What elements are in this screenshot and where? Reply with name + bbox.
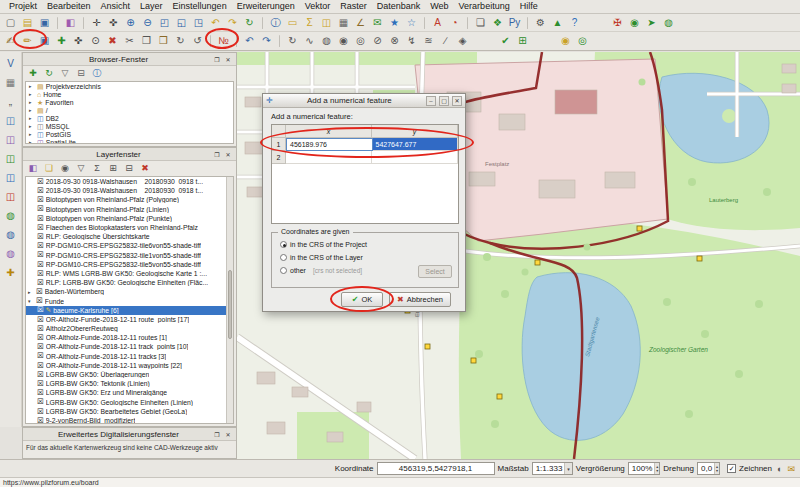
radio-crs-other[interactable]: other [crs not selected] [280, 267, 362, 274]
save-layer-edits-icon[interactable]: ▣ [36, 33, 53, 49]
zoom-full-icon[interactable]: ◰ [156, 15, 173, 31]
layer-checkbox[interactable]: ☒ [37, 325, 44, 333]
layer-row[interactable]: ▸ ☒ Baden-Würtemberg [26, 287, 233, 296]
layer-checkbox[interactable]: ☒ [37, 408, 44, 416]
layer-checkbox[interactable]: ☒ [37, 362, 44, 370]
delete-ring-icon[interactable]: ⊘ [369, 33, 386, 49]
collapse-all-icon[interactable]: ⊟ [122, 162, 136, 175]
expand-all-icon[interactable]: ⊞ [106, 162, 120, 175]
toggle-editing-icon[interactable]: ✏ [19, 33, 36, 49]
collapse-browser-icon[interactable]: ⊟ [74, 67, 88, 80]
layer-checkbox[interactable]: ☒ [37, 233, 44, 241]
cancel-button[interactable]: ✖ Abbrechen [389, 292, 451, 307]
layer-row[interactable]: ▾ ☒ Funde [26, 296, 233, 305]
gps-tools-icon[interactable]: ➤ [643, 15, 660, 31]
merge-features-icon[interactable]: ◈ [454, 33, 471, 49]
layers-list[interactable]: ☒ 2018-09-30 0918-Walshausen__20180930_0… [25, 176, 234, 424]
menu-item[interactable]: Ansicht [96, 0, 136, 13]
delete-part-icon[interactable]: ⊗ [386, 33, 403, 49]
table-row[interactable]: 1 456189.976 5427647.677 [272, 138, 458, 151]
toolbar-button[interactable] [210, 35, 211, 47]
pan-map-icon[interactable]: ✛ [88, 15, 105, 31]
toolbar-button[interactable] [57, 17, 58, 29]
layer-row[interactable]: ☒ OR-Altholz-Funde-2018-12-11 route_poin… [26, 315, 233, 324]
browser-item[interactable]: ▸ ▤ Projektverzeichnis [26, 82, 233, 90]
expander-icon[interactable]: ▸ [29, 99, 35, 105]
add-feature-icon[interactable]: ✚ [53, 33, 70, 49]
layer-checkbox[interactable]: ☒ [37, 187, 44, 195]
add-delimited-text-icon[interactable]: „ [2, 92, 20, 111]
select-features-icon[interactable]: ▭ [284, 15, 301, 31]
magnifier-spinbox[interactable]: 100% ▴▾ [628, 462, 660, 475]
manage-themes-icon[interactable]: ◉ [58, 162, 72, 175]
coordinate-label[interactable]: Koordinate [335, 464, 374, 473]
offset-curve-icon[interactable]: ≋ [420, 33, 437, 49]
add-postgis-layer-icon[interactable]: ◫ [2, 111, 20, 130]
radio-icon[interactable] [280, 267, 287, 274]
openlayers-icon[interactable]: ◍ [660, 15, 677, 31]
rotate-feature-icon[interactable]: ↻ [284, 33, 301, 49]
layer-checkbox[interactable]: ☒ [37, 215, 44, 223]
browser-item[interactable]: ▸ ◫ MSSQL [26, 122, 233, 130]
layer-row[interactable]: ☒ RP-DGM10-CRS-EPSG25832-tile6von55-shad… [26, 241, 233, 250]
layer-row[interactable]: ☒ LGRB-BW GK50: Erz und Mineralgänge [26, 388, 233, 397]
expander-icon[interactable]: ▸ [29, 123, 35, 129]
layers-scrollbar[interactable] [226, 177, 233, 423]
spinner-arrows-icon[interactable]: ▴▾ [714, 463, 719, 474]
browser-item[interactable]: ▸ ▤ / [26, 106, 233, 114]
layer-row[interactable]: ☒ 9-2-vonBernd-Bild_modifiziert [26, 416, 233, 424]
toolbar-button[interactable] [236, 35, 237, 47]
messages-icon[interactable]: ✉ [787, 464, 795, 474]
render-checkbox[interactable]: ✓ [727, 464, 736, 473]
reshape-features-icon[interactable]: ↯ [403, 33, 420, 49]
close-panel-icon[interactable]: ✕ [223, 429, 233, 439]
layer-row[interactable]: ☒ LGRB-BW GK50: Tektonik (Linien) [26, 379, 233, 388]
menu-item[interactable]: Verarbeitung [454, 0, 515, 13]
add-oracle-layer-icon[interactable]: ◫ [2, 187, 20, 206]
close-panel-icon[interactable]: ✕ [223, 54, 233, 64]
toolbar-button[interactable] [262, 17, 263, 29]
map-tips-icon[interactable]: ✉ [369, 15, 386, 31]
new-project-icon[interactable]: ▢ [2, 15, 19, 31]
layer-checkbox[interactable]: ☒ [37, 306, 44, 314]
pan-to-selection-icon[interactable]: ✜ [105, 15, 122, 31]
zoom-next-icon[interactable]: ↷ [224, 15, 241, 31]
coordinate-input[interactable]: 456319,5,5427918,1 [377, 462, 495, 475]
zoom-in-icon[interactable]: ⊕ [122, 15, 139, 31]
layer-row[interactable]: ☒ RLP: Geologische Übersichtskarte [26, 232, 233, 241]
rotation-spinbox[interactable]: 0,0 ▴▾ [697, 462, 720, 475]
y-empty-cell[interactable] [372, 151, 458, 164]
layer-checkbox[interactable]: ☒ [37, 334, 44, 342]
refresh-browser-icon[interactable]: ↻ [42, 67, 56, 80]
expander-icon[interactable]: ▾ [28, 298, 34, 304]
chevron-down-icon[interactable]: ▾ [564, 463, 572, 474]
menu-item[interactable]: Bearbeiten [42, 0, 96, 13]
layer-row[interactable]: ☒ LGRB-BW GK50: Geologische Einheiten (L… [26, 398, 233, 407]
menu-item[interactable]: Hilfe [515, 0, 543, 13]
layer-checkbox[interactable]: ☒ [37, 261, 44, 269]
layer-row[interactable]: ☒ ✎ baeume-Karlsruhe [6] [26, 306, 233, 315]
layer-checkbox[interactable]: ☒ [37, 389, 44, 397]
new-shapefile-layer-icon[interactable]: ✚ [2, 263, 20, 282]
labeling-icon[interactable]: A [429, 15, 446, 31]
python-console-icon[interactable]: Py [506, 15, 523, 31]
zoom-out-icon[interactable]: ⊖ [139, 15, 156, 31]
expander-icon[interactable]: ▸ [29, 115, 35, 121]
move-feature-icon[interactable]: ✜ [70, 33, 87, 49]
expander-icon[interactable]: ▸ [29, 91, 35, 97]
layer-row[interactable]: ☒ Biotoptypen von Rheinland-Pfalz (Polyg… [26, 195, 233, 204]
add-spatialite-layer-icon[interactable]: ◫ [2, 130, 20, 149]
layer-row[interactable]: ☒ RP-DGM10-CRS-EPSG25832-tile1von55-shad… [26, 251, 233, 260]
layer-row[interactable]: ☒ RP-DGM10-CRS-EPSG25832-tile5von55-shad… [26, 260, 233, 269]
simplify-feature-icon[interactable]: ∿ [301, 33, 318, 49]
y-value-cell[interactable]: 5427647.677 [373, 138, 459, 151]
layer-row[interactable]: ☒ RLP: LGRB-BW GK50: Geologische Einheit… [26, 278, 233, 287]
toolbar-button[interactable] [83, 17, 84, 29]
filter-expression-icon[interactable]: Σ [90, 162, 104, 175]
layer-checkbox[interactable]: ☒ [37, 279, 44, 287]
table-row[interactable]: 2 [272, 151, 458, 164]
layer-checkbox[interactable]: ☒ [37, 343, 44, 351]
layer-styling-icon[interactable]: ◧ [26, 162, 40, 175]
float-panel-icon[interactable]: ❐ [212, 429, 222, 439]
x-empty-cell[interactable] [286, 151, 372, 164]
